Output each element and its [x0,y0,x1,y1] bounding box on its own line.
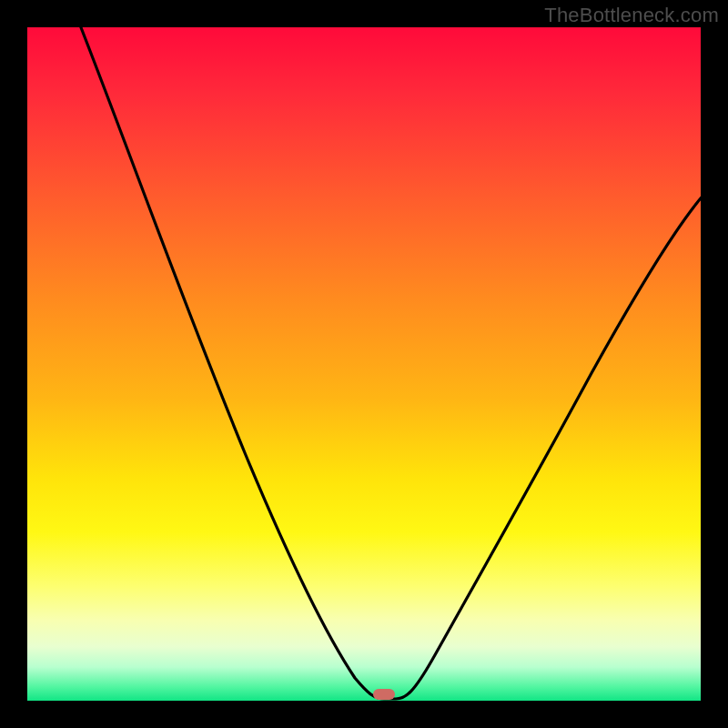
chart-frame: TheBottleneck.com [0,0,728,728]
optimum-marker [373,689,395,700]
bottleneck-curve [77,18,705,699]
plot-area [27,27,701,701]
watermark-text: TheBottleneck.com [544,4,719,27]
curve-layer [27,27,701,701]
